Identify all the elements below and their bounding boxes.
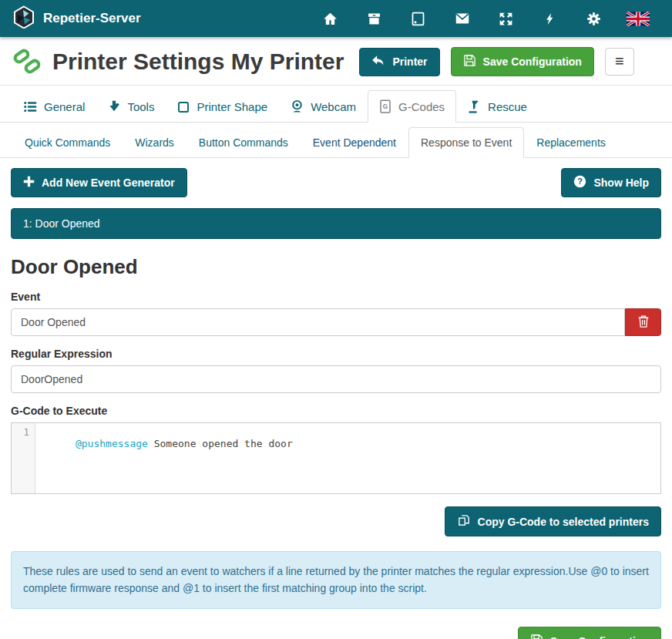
subtab-wizards[interactable]: Wizards [123,127,186,158]
subtab-event-dependent[interactable]: Event Dependent [301,127,408,158]
line-number: 1 [12,426,29,438]
extruder-icon [108,100,120,113]
fullscreen-icon[interactable] [484,11,528,27]
event-heading: Door Opened [11,255,661,279]
tab-webcam[interactable]: Webcam [279,90,368,123]
gcode-file-icon: G [379,99,391,113]
footer-row: Save Configuration [11,627,661,639]
gcode-editor[interactable]: 1 @pushmessage Someone opened the door [11,422,661,494]
tab-label: Webcam [311,100,356,113]
subtab-label: Wizards [135,136,174,149]
brand-label: Repetier-Server [43,11,141,26]
repetier-logo-icon [12,5,35,32]
question-circle-icon: ? [573,175,586,190]
language-flag-icon[interactable] [616,12,660,26]
show-help-label: Show Help [593,177,649,189]
tab-label: Rescue [488,100,527,113]
save-configuration-button-bottom[interactable]: Save Configuration [518,627,661,639]
main-tabs: General Tools Printer Shape Webcam G G-C… [0,86,672,123]
home-icon[interactable] [308,11,352,27]
event-panel-title: 1: Door Opened [23,217,100,230]
copy-row: Copy G-Code to selected printers [11,506,661,536]
list-icon [24,101,37,113]
printer-back-button[interactable]: Printer [359,48,439,76]
subtab-label: Response to Event [421,136,512,149]
subtab-quick-commands[interactable]: Quick Commands [12,127,123,158]
navbar-icons [308,10,660,27]
rescue-icon [468,100,481,113]
regex-input[interactable] [11,365,661,393]
tab-tools[interactable]: Tools [96,91,166,123]
copy-icon [457,513,471,530]
event-field-label: Event [11,291,661,303]
tab-g-codes[interactable]: G G-Codes [368,90,456,123]
reply-arrow-icon [371,55,385,69]
tab-general[interactable]: General [12,91,96,123]
tab-printer-shape[interactable]: Printer Shape [166,91,279,123]
save-configuration-button-top[interactable]: Save Configuration [451,47,594,76]
svg-text:G: G [383,103,388,110]
tab-label: Tools [127,100,154,113]
actions-row: Add New Event Generator ? Show Help [11,168,661,197]
subtab-response-to-event[interactable]: Response to Event [408,127,524,158]
gcode-keyword: @pushmessage [76,438,148,449]
editor-gutter: 1 [12,423,35,493]
add-event-generator-label: Add New Event Generator [42,177,175,189]
show-help-button[interactable]: ? Show Help [561,168,661,197]
svg-text:?: ? [578,177,583,186]
floppy-icon [530,634,543,639]
square-outline-icon [177,101,190,113]
page-header: Printer Settings My Printer Printer Save… [0,37,672,85]
subtab-label: Quick Commands [25,136,110,149]
power-icon[interactable] [528,11,572,27]
page-title: Printer Settings My Printer [52,49,344,75]
printers-icon[interactable] [352,11,396,27]
gcode-text: Someone opened the door [148,438,293,449]
subtab-label: Button Commands [199,136,288,149]
subtab-label: Replacements [536,136,606,149]
main-content: Add New Event Generator ? Show Help 1: D… [0,168,672,639]
menu-button[interactable]: ≡ [605,48,634,76]
messages-icon[interactable] [440,10,484,27]
event-input[interactable] [11,308,625,336]
delete-event-button[interactable] [625,308,661,336]
subtab-label: Event Dependent [313,136,396,149]
subtab-button-commands[interactable]: Button Commands [186,127,301,158]
settings-icon[interactable] [572,11,616,27]
link-icon [12,47,42,76]
trash-icon [637,314,650,331]
tab-label: General [44,100,85,113]
webcam-icon [291,99,304,113]
tab-label: G-Codes [398,100,445,113]
tab-rescue[interactable]: Rescue [456,91,539,123]
copy-gcode-button[interactable]: Copy G-Code to selected printers [445,506,661,536]
event-input-group [11,308,661,336]
regex-field-label: Regular Expression [11,348,661,360]
gcode-field-label: G-Code to Execute [11,405,661,417]
plus-icon [23,176,35,190]
copy-gcode-label: Copy G-Code to selected printers [478,516,649,528]
add-event-generator-button[interactable]: Add New Event Generator [11,168,187,197]
brand[interactable]: Repetier-Server [12,5,141,32]
floppy-icon [463,54,476,69]
touchscreen-icon[interactable] [396,11,440,27]
tab-label: Printer Shape [197,100,267,113]
save-configuration-bottom-label: Save Configuration [550,635,649,639]
printer-back-label: Printer [392,55,427,68]
editor-code-area[interactable]: @pushmessage Someone opened the door [35,423,293,493]
gcode-subtabs: Quick Commands Wizards Button Commands E… [0,123,672,158]
top-navbar: Repetier-Server [0,0,672,37]
subtab-replacements[interactable]: Replacements [524,127,618,158]
save-configuration-label: Save Configuration [483,55,582,68]
event-panel-header[interactable]: 1: Door Opened [11,208,661,239]
info-box: These rules are used to send an event to… [11,551,661,609]
